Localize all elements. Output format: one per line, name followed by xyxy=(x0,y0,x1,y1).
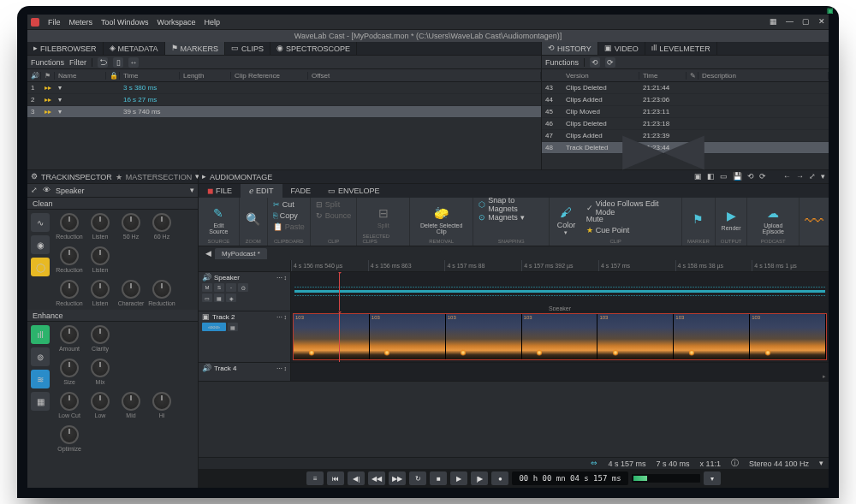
tool-icon[interactable]: 💾 xyxy=(733,173,742,181)
rib-tab-file[interactable]: ◼FILE xyxy=(199,184,241,198)
track-btn[interactable]: ▭ xyxy=(202,294,212,302)
nav-back-icon[interactable]: ← xyxy=(783,173,791,181)
menu-workspace[interactable]: Workspace xyxy=(158,18,196,27)
functions-menu[interactable]: Functions xyxy=(545,58,579,67)
copy-button[interactable]: ⎘Copy xyxy=(273,210,298,221)
rib-tab-envelope[interactable]: ▭ENVELOPE xyxy=(319,184,389,198)
redo-icon[interactable]: ⟳ xyxy=(605,57,615,68)
knob-mid[interactable]: Mid xyxy=(118,392,144,418)
empty-lane[interactable]: ▸ xyxy=(291,363,829,381)
marker-button[interactable]: ⚑ xyxy=(690,210,707,228)
tab-clips[interactable]: ▭CLIPS xyxy=(225,42,270,55)
knob-reduction[interactable]: Reduction xyxy=(56,246,82,273)
knob-60hz[interactable]: 60 Hz xyxy=(149,213,175,240)
track-btn[interactable]: ‹ooo› xyxy=(202,323,226,331)
knob-lowcut[interactable]: Low Cut xyxy=(56,392,82,418)
knob-optimize[interactable]: Optimize xyxy=(56,425,82,452)
maximize-icon[interactable]: ▢ xyxy=(802,18,810,26)
track-header[interactable]: 🔊Track 4⋯ ↕ xyxy=(199,363,291,381)
knob-character[interactable]: Character xyxy=(118,280,144,306)
audio-lane[interactable]: Speaker xyxy=(291,272,829,311)
bounce-button[interactable]: ↻Bounce xyxy=(316,210,352,221)
zoom-tool-icon[interactable]: ⇔ xyxy=(591,460,597,467)
transport-opt[interactable]: ▾ xyxy=(704,471,721,485)
upload-episode-button[interactable]: ☁Upload Episode xyxy=(752,205,794,234)
snap-magnets-toggle[interactable]: ⬡Snap to Magnets xyxy=(479,199,544,210)
dropdown-icon[interactable]: ▾ xyxy=(190,187,194,194)
record-button[interactable]: ʘ xyxy=(238,283,248,292)
tool-icon[interactable]: ▣ xyxy=(694,173,702,181)
knob-reduction[interactable]: Reduction xyxy=(56,280,82,306)
solo-button[interactable]: S xyxy=(214,283,224,292)
knob-size[interactable]: Size xyxy=(56,359,82,385)
marker-row[interactable]: 3▸▸▾39 s 740 ms xyxy=(27,106,541,118)
render-button[interactable]: ▶Render xyxy=(722,207,741,231)
timecode-display[interactable]: 00 h 00 mn 04 s 157 ms xyxy=(512,471,627,485)
stop-button[interactable]: ■ xyxy=(430,471,447,485)
info-icon[interactable]: ⓘ xyxy=(731,460,739,467)
knob-clarity[interactable]: Clarity xyxy=(87,325,113,352)
cut-button[interactable]: ✂Cut xyxy=(273,199,294,210)
eq-button[interactable]: ≋ xyxy=(31,370,50,388)
tab-metadata[interactable]: ◈METADATA xyxy=(104,42,165,55)
tool-icon[interactable]: ◧ xyxy=(707,173,715,181)
toolbar-btn-3[interactable]: ↔ xyxy=(128,57,139,68)
enhance-header[interactable]: Enhance▣ xyxy=(27,310,198,322)
expand-icon[interactable]: ⤢ xyxy=(31,187,38,194)
goto-start-button[interactable]: ⏮ xyxy=(327,471,344,485)
time-ruler[interactable]: 4 s 156 ms 540 µs4 s 156 ms 8634 s 157 m… xyxy=(199,260,829,272)
knob-mix[interactable]: Mix xyxy=(87,359,113,385)
transport-menu[interactable]: ≡ xyxy=(306,471,324,485)
knob-hi[interactable]: Hi xyxy=(149,392,175,418)
denoiser-button[interactable]: ◉ xyxy=(31,235,50,254)
toolbar-btn-1[interactable]: ⮌ xyxy=(98,57,108,68)
track-btn[interactable]: - xyxy=(226,283,236,292)
prev-marker-button[interactable]: ◀| xyxy=(348,471,365,485)
zoom-button[interactable]: 🔍 xyxy=(245,210,262,228)
undo-icon[interactable]: ⟲ xyxy=(590,57,600,68)
cue-point-button[interactable]: ★Cue Point xyxy=(586,225,676,235)
close-icon[interactable]: ▾ xyxy=(821,173,825,181)
history-row[interactable]: 47Clips Added21:23:39 xyxy=(542,130,829,142)
nav-icon[interactable]: ◀ xyxy=(202,250,215,258)
reverb-button[interactable]: ⊚ xyxy=(31,347,50,366)
voice-exciter-button[interactable]: ıll xyxy=(31,325,50,344)
eye-icon[interactable]: 👁 xyxy=(43,187,51,194)
track-btn[interactable]: ◈ xyxy=(226,294,236,302)
track-btn[interactable]: ▦ xyxy=(214,294,224,302)
history-row[interactable]: 45Clip Moved21:23:11 xyxy=(542,106,829,118)
history-row[interactable]: 44Clips Added21:23:06 xyxy=(542,94,829,106)
delete-clip-button[interactable]: 🧽Delete Selected Clip xyxy=(415,205,467,234)
tool-icon[interactable]: ⟳ xyxy=(759,173,766,181)
nav-fwd-icon[interactable]: → xyxy=(796,173,804,181)
knob-listen[interactable]: Listen xyxy=(87,280,113,306)
menu-help[interactable]: Help xyxy=(204,18,220,27)
clean-header[interactable]: Clean▣ xyxy=(27,198,198,210)
minimize-icon[interactable]: — xyxy=(786,18,794,26)
history-row[interactable]: 43Clips Deleted21:21:44 xyxy=(542,82,829,94)
close-icon[interactable]: ✕ xyxy=(818,18,825,26)
knob-reduction[interactable]: Reduction xyxy=(149,280,175,306)
menu-icon[interactable]: ▾ xyxy=(819,460,823,467)
marker-row[interactable]: 2▸▸▾16 s 27 ms xyxy=(27,94,541,106)
mute-toggle[interactable]: Mute xyxy=(586,214,676,224)
loop-button[interactable]: ↻ xyxy=(409,471,426,485)
track-btn[interactable]: ▦ xyxy=(228,323,238,331)
playhead[interactable] xyxy=(339,272,340,311)
split-button[interactable]: ⊟Split xyxy=(316,199,341,210)
tab-levelmeter[interactable]: ıllLEVELMETER xyxy=(645,42,717,55)
functions-menu[interactable]: Functions xyxy=(31,58,64,67)
toolbar-btn-2[interactable]: ▯ xyxy=(113,57,123,68)
tool-icon[interactable]: ▭ xyxy=(720,173,728,181)
fast-fwd-button[interactable]: ▶▶ xyxy=(389,471,406,485)
knob-50hz[interactable]: 50 Hz xyxy=(118,213,144,240)
magnets-button[interactable]: ⊙Magnets▾ xyxy=(479,212,525,222)
video-lane[interactable]: 103103103103103103103 xyxy=(291,311,829,362)
tab-history[interactable]: ⟲HISTORY xyxy=(542,42,598,55)
expand-icon[interactable]: ⤢ xyxy=(809,173,816,181)
maximizer-button[interactable]: ▦ xyxy=(31,392,50,411)
next-marker-button[interactable]: |▶ xyxy=(471,471,488,485)
paste-button[interactable]: 📋Paste xyxy=(273,222,305,232)
tab-spectroscope[interactable]: ◉SPECTROSCOPE xyxy=(270,42,357,55)
rewind-button[interactable]: ◀◀ xyxy=(368,471,385,485)
